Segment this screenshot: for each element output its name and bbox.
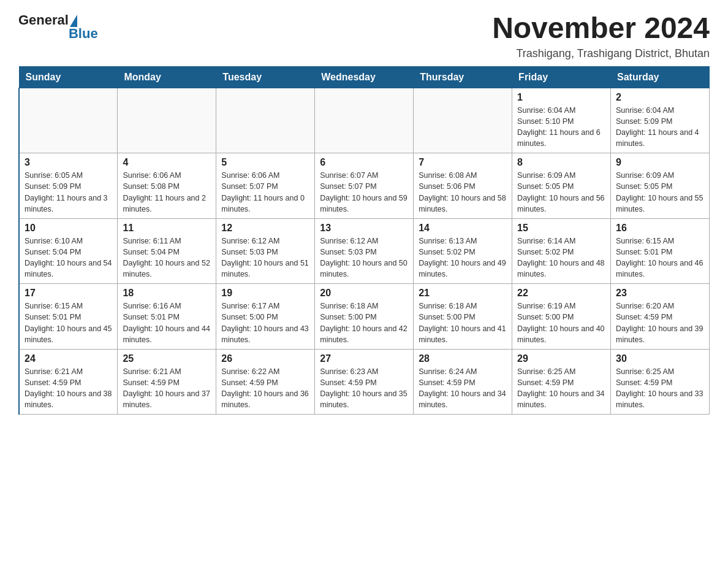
day-number: 11 (123, 223, 211, 234)
day-number: 26 (221, 353, 309, 364)
logo: General General Blue (18, 12, 98, 43)
day-number: 17 (25, 288, 112, 299)
day-number: 27 (320, 353, 408, 364)
day-info: Sunrise: 6:16 AM Sunset: 5:01 PM Dayligh… (123, 301, 211, 345)
calendar-table: SundayMondayTuesdayWednesdayThursdayFrid… (18, 66, 710, 415)
day-info: Sunrise: 6:04 AM Sunset: 5:09 PM Dayligh… (616, 105, 704, 150)
day-info: Sunrise: 6:12 AM Sunset: 5:03 PM Dayligh… (221, 236, 309, 280)
day-number: 8 (517, 157, 605, 168)
day-info: Sunrise: 6:18 AM Sunset: 5:00 PM Dayligh… (419, 301, 507, 345)
calendar-cell: 24Sunrise: 6:21 AM Sunset: 4:59 PM Dayli… (19, 349, 118, 415)
calendar-day-header: Wednesday (315, 66, 414, 88)
day-info: Sunrise: 6:05 AM Sunset: 5:09 PM Dayligh… (25, 170, 112, 215)
calendar-cell: 25Sunrise: 6:21 AM Sunset: 4:59 PM Dayli… (118, 349, 216, 415)
calendar-day-header: Tuesday (216, 66, 315, 88)
calendar-cell: 19Sunrise: 6:17 AM Sunset: 5:00 PM Dayli… (216, 284, 315, 350)
calendar-cell: 17Sunrise: 6:15 AM Sunset: 5:01 PM Dayli… (19, 284, 118, 350)
day-number: 19 (221, 288, 309, 299)
day-info: Sunrise: 6:17 AM Sunset: 5:00 PM Dayligh… (221, 301, 309, 345)
calendar-day-header: Thursday (414, 66, 512, 88)
day-number: 16 (616, 223, 704, 234)
day-info: Sunrise: 6:15 AM Sunset: 5:01 PM Dayligh… (616, 236, 704, 280)
day-number: 10 (25, 223, 112, 234)
calendar-week-row: 3Sunrise: 6:05 AM Sunset: 5:09 PM Daylig… (19, 153, 710, 219)
calendar-cell: 29Sunrise: 6:25 AM Sunset: 4:59 PM Dayli… (512, 349, 611, 415)
calendar-cell: 6Sunrise: 6:07 AM Sunset: 5:07 PM Daylig… (315, 153, 414, 219)
calendar-cell: 12Sunrise: 6:12 AM Sunset: 5:03 PM Dayli… (216, 218, 315, 284)
calendar-cell: 30Sunrise: 6:25 AM Sunset: 4:59 PM Dayli… (611, 349, 710, 415)
calendar-cell: 8Sunrise: 6:09 AM Sunset: 5:05 PM Daylig… (512, 153, 611, 219)
day-number: 7 (419, 157, 507, 168)
day-number: 22 (517, 288, 605, 299)
calendar-cell (19, 88, 118, 153)
day-number: 29 (517, 353, 605, 364)
day-info: Sunrise: 6:12 AM Sunset: 5:03 PM Dayligh… (320, 236, 408, 280)
day-info: Sunrise: 6:25 AM Sunset: 4:59 PM Dayligh… (616, 366, 704, 411)
day-number: 2 (616, 92, 704, 103)
logo-blue-text: Blue (69, 26, 98, 42)
day-info: Sunrise: 6:13 AM Sunset: 5:02 PM Dayligh… (419, 236, 507, 280)
calendar-cell: 9Sunrise: 6:09 AM Sunset: 5:05 PM Daylig… (611, 153, 710, 219)
calendar-cell: 14Sunrise: 6:13 AM Sunset: 5:02 PM Dayli… (414, 218, 512, 284)
calendar-cell: 1Sunrise: 6:04 AM Sunset: 5:10 PM Daylig… (512, 88, 611, 153)
day-number: 21 (419, 288, 507, 299)
day-info: Sunrise: 6:23 AM Sunset: 4:59 PM Dayligh… (320, 366, 408, 411)
day-number: 12 (221, 223, 309, 234)
day-number: 24 (25, 353, 112, 364)
day-info: Sunrise: 6:15 AM Sunset: 5:01 PM Dayligh… (25, 301, 112, 345)
day-info: Sunrise: 6:24 AM Sunset: 4:59 PM Dayligh… (419, 366, 507, 411)
calendar-week-row: 17Sunrise: 6:15 AM Sunset: 5:01 PM Dayli… (19, 284, 710, 350)
calendar-cell: 23Sunrise: 6:20 AM Sunset: 4:59 PM Dayli… (611, 284, 710, 350)
day-info: Sunrise: 6:21 AM Sunset: 4:59 PM Dayligh… (123, 366, 211, 411)
calendar-week-row: 1Sunrise: 6:04 AM Sunset: 5:10 PM Daylig… (19, 88, 710, 153)
calendar-cell: 7Sunrise: 6:08 AM Sunset: 5:06 PM Daylig… (414, 153, 512, 219)
calendar-cell: 22Sunrise: 6:19 AM Sunset: 5:00 PM Dayli… (512, 284, 611, 350)
day-number: 13 (320, 223, 408, 234)
day-info: Sunrise: 6:10 AM Sunset: 5:04 PM Dayligh… (25, 236, 112, 280)
day-info: Sunrise: 6:04 AM Sunset: 5:10 PM Dayligh… (517, 105, 605, 150)
calendar-cell (414, 88, 512, 153)
logo-triangle-icon (70, 15, 77, 27)
day-info: Sunrise: 6:11 AM Sunset: 5:04 PM Dayligh… (123, 236, 211, 280)
calendar-cell: 20Sunrise: 6:18 AM Sunset: 5:00 PM Dayli… (315, 284, 414, 350)
day-info: Sunrise: 6:20 AM Sunset: 4:59 PM Dayligh… (616, 301, 704, 345)
day-info: Sunrise: 6:18 AM Sunset: 5:00 PM Dayligh… (320, 301, 408, 345)
day-info: Sunrise: 6:25 AM Sunset: 4:59 PM Dayligh… (517, 366, 605, 411)
day-number: 14 (419, 223, 507, 234)
day-number: 28 (419, 353, 507, 364)
calendar-cell (216, 88, 315, 153)
calendar-day-header: Saturday (611, 66, 710, 88)
calendar-day-header: Sunday (19, 66, 118, 88)
calendar-cell: 16Sunrise: 6:15 AM Sunset: 5:01 PM Dayli… (611, 218, 710, 284)
calendar-day-header: Monday (118, 66, 216, 88)
day-info: Sunrise: 6:19 AM Sunset: 5:00 PM Dayligh… (517, 301, 605, 345)
logo-general-text: General (18, 12, 69, 28)
day-number: 9 (616, 157, 704, 168)
calendar-week-row: 24Sunrise: 6:21 AM Sunset: 4:59 PM Dayli… (19, 349, 710, 415)
day-info: Sunrise: 6:09 AM Sunset: 5:05 PM Dayligh… (616, 170, 704, 215)
day-info: Sunrise: 6:22 AM Sunset: 4:59 PM Dayligh… (221, 366, 309, 411)
calendar-cell: 2Sunrise: 6:04 AM Sunset: 5:09 PM Daylig… (611, 88, 710, 153)
day-number: 25 (123, 353, 211, 364)
day-number: 23 (616, 288, 704, 299)
day-number: 1 (517, 92, 605, 103)
day-number: 15 (517, 223, 605, 234)
calendar-cell: 26Sunrise: 6:22 AM Sunset: 4:59 PM Dayli… (216, 349, 315, 415)
day-number: 6 (320, 157, 408, 168)
calendar-cell: 27Sunrise: 6:23 AM Sunset: 4:59 PM Dayli… (315, 349, 414, 415)
calendar-cell: 10Sunrise: 6:10 AM Sunset: 5:04 PM Dayli… (19, 218, 118, 284)
day-info: Sunrise: 6:21 AM Sunset: 4:59 PM Dayligh… (25, 366, 112, 411)
day-number: 20 (320, 288, 408, 299)
day-info: Sunrise: 6:07 AM Sunset: 5:07 PM Dayligh… (320, 170, 408, 215)
calendar-day-header: Friday (512, 66, 611, 88)
day-info: Sunrise: 6:14 AM Sunset: 5:02 PM Dayligh… (517, 236, 605, 280)
calendar-cell: 13Sunrise: 6:12 AM Sunset: 5:03 PM Dayli… (315, 218, 414, 284)
calendar-cell (118, 88, 216, 153)
calendar-cell: 18Sunrise: 6:16 AM Sunset: 5:01 PM Dayli… (118, 284, 216, 350)
day-info: Sunrise: 6:09 AM Sunset: 5:05 PM Dayligh… (517, 170, 605, 215)
calendar-cell: 3Sunrise: 6:05 AM Sunset: 5:09 PM Daylig… (19, 153, 118, 219)
calendar-cell: 28Sunrise: 6:24 AM Sunset: 4:59 PM Dayli… (414, 349, 512, 415)
page-header: General General Blue November 2024 Trash… (18, 12, 710, 60)
title-block: November 2024 Trashigang, Trashigang Dis… (492, 12, 710, 60)
location-title: Trashigang, Trashigang District, Bhutan (492, 47, 710, 60)
